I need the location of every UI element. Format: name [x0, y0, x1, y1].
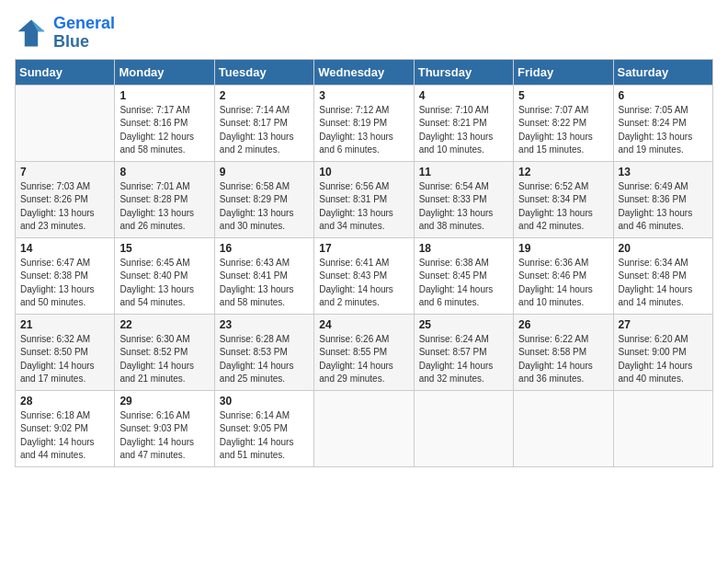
day-number: 13	[619, 166, 708, 178]
day-info: Sunrise: 7:01 AMSunset: 8:28 PMDaylight:…	[119, 180, 209, 234]
day-number: 4	[419, 89, 508, 102]
col-header-sunday: Sunday	[16, 59, 115, 85]
calendar-cell: 13Sunrise: 6:49 AMSunset: 8:36 PMDayligh…	[613, 161, 712, 237]
day-info: Sunrise: 6:22 AMSunset: 8:58 PMDaylight:…	[518, 333, 608, 386]
day-number: 15	[119, 242, 209, 255]
day-number: 11	[419, 166, 508, 178]
calendar-cell: 8Sunrise: 7:01 AMSunset: 8:28 PMDaylight…	[115, 161, 214, 237]
calendar-cell: 28Sunrise: 6:18 AMSunset: 9:02 PMDayligh…	[16, 390, 115, 466]
calendar-cell: 15Sunrise: 6:45 AMSunset: 8:40 PMDayligh…	[115, 237, 214, 314]
day-number: 6	[619, 89, 708, 102]
day-info: Sunrise: 6:18 AMSunset: 9:02 PMDaylight:…	[20, 409, 109, 463]
day-number: 27	[619, 318, 708, 331]
day-info: Sunrise: 6:14 AMSunset: 9:05 PMDaylight:…	[220, 409, 309, 463]
calendar-cell: 9Sunrise: 6:58 AMSunset: 8:29 PMDaylight…	[214, 161, 313, 237]
calendar-week-row: 21Sunrise: 6:32 AMSunset: 8:50 PMDayligh…	[16, 314, 713, 390]
calendar-cell: 30Sunrise: 6:14 AMSunset: 9:05 PMDayligh…	[214, 390, 313, 466]
day-number: 22	[119, 318, 209, 331]
day-info: Sunrise: 7:05 AMSunset: 8:24 PMDaylight:…	[619, 104, 708, 157]
day-number: 24	[319, 318, 408, 331]
day-info: Sunrise: 7:14 AMSunset: 8:17 PMDaylight:…	[220, 104, 309, 157]
calendar-cell: 22Sunrise: 6:30 AMSunset: 8:52 PMDayligh…	[115, 314, 214, 390]
day-number: 17	[319, 242, 408, 255]
day-info: Sunrise: 7:12 AMSunset: 8:19 PMDaylight:…	[319, 104, 408, 157]
calendar-week-row: 1Sunrise: 7:17 AMSunset: 8:16 PMDaylight…	[16, 85, 713, 161]
day-info: Sunrise: 6:28 AMSunset: 8:53 PMDaylight:…	[220, 333, 309, 386]
calendar-cell: 25Sunrise: 6:24 AMSunset: 8:57 PMDayligh…	[414, 314, 513, 390]
calendar-cell: 1Sunrise: 7:17 AMSunset: 8:16 PMDaylight…	[115, 85, 214, 161]
calendar-cell: 17Sunrise: 6:41 AMSunset: 8:43 PMDayligh…	[314, 237, 414, 314]
day-number: 7	[20, 166, 109, 178]
day-number: 2	[220, 89, 309, 102]
col-header-friday: Friday	[514, 59, 613, 85]
calendar-cell	[613, 390, 712, 466]
svg-marker-0	[18, 19, 45, 46]
day-info: Sunrise: 6:47 AMSunset: 8:38 PMDaylight:…	[20, 257, 109, 310]
col-header-tuesday: Tuesday	[214, 59, 313, 85]
col-header-monday: Monday	[115, 59, 214, 85]
calendar-cell: 18Sunrise: 6:38 AMSunset: 8:45 PMDayligh…	[414, 237, 513, 314]
calendar-cell: 27Sunrise: 6:20 AMSunset: 9:00 PMDayligh…	[613, 314, 712, 390]
calendar-cell	[414, 390, 513, 466]
day-info: Sunrise: 6:34 AMSunset: 8:48 PMDaylight:…	[619, 257, 708, 310]
calendar-cell: 24Sunrise: 6:26 AMSunset: 8:55 PMDayligh…	[314, 314, 414, 390]
calendar-cell: 29Sunrise: 6:16 AMSunset: 9:03 PMDayligh…	[115, 390, 214, 466]
day-number: 23	[220, 318, 309, 331]
logo-icon	[15, 17, 48, 50]
day-info: Sunrise: 6:16 AMSunset: 9:03 PMDaylight:…	[119, 409, 209, 463]
day-number: 8	[119, 166, 209, 178]
day-info: Sunrise: 6:52 AMSunset: 8:34 PMDaylight:…	[518, 180, 608, 234]
day-info: Sunrise: 6:26 AMSunset: 8:55 PMDaylight:…	[319, 333, 408, 386]
day-number: 30	[220, 395, 309, 408]
day-number: 14	[20, 242, 109, 255]
day-number: 12	[518, 166, 608, 178]
day-number: 28	[20, 395, 109, 408]
day-info: Sunrise: 6:20 AMSunset: 9:00 PMDaylight:…	[619, 333, 708, 386]
day-number: 25	[419, 318, 508, 331]
calendar-cell	[514, 390, 613, 466]
day-info: Sunrise: 6:30 AMSunset: 8:52 PMDaylight:…	[119, 333, 209, 386]
day-number: 1	[119, 89, 209, 102]
calendar-week-row: 7Sunrise: 7:03 AMSunset: 8:26 PMDaylight…	[16, 161, 713, 237]
col-header-saturday: Saturday	[613, 59, 712, 85]
day-number: 18	[419, 242, 508, 255]
calendar-cell: 4Sunrise: 7:10 AMSunset: 8:21 PMDaylight…	[414, 85, 513, 161]
col-header-wednesday: Wednesday	[314, 59, 414, 85]
day-number: 5	[518, 89, 608, 102]
calendar-cell: 23Sunrise: 6:28 AMSunset: 8:53 PMDayligh…	[214, 314, 313, 390]
calendar-cell	[314, 390, 414, 466]
day-info: Sunrise: 7:03 AMSunset: 8:26 PMDaylight:…	[20, 180, 109, 234]
day-number: 20	[619, 242, 708, 255]
day-info: Sunrise: 6:58 AMSunset: 8:29 PMDaylight:…	[220, 180, 309, 234]
calendar-cell: 3Sunrise: 7:12 AMSunset: 8:19 PMDaylight…	[314, 85, 414, 161]
day-number: 3	[319, 89, 408, 102]
day-info: Sunrise: 7:17 AMSunset: 8:16 PMDaylight:…	[119, 104, 209, 157]
day-info: Sunrise: 6:54 AMSunset: 8:33 PMDaylight:…	[419, 180, 508, 234]
calendar-cell: 11Sunrise: 6:54 AMSunset: 8:33 PMDayligh…	[414, 161, 513, 237]
calendar-cell: 2Sunrise: 7:14 AMSunset: 8:17 PMDaylight…	[214, 85, 313, 161]
calendar-cell: 14Sunrise: 6:47 AMSunset: 8:38 PMDayligh…	[16, 237, 115, 314]
calendar-cell: 21Sunrise: 6:32 AMSunset: 8:50 PMDayligh…	[16, 314, 115, 390]
calendar-week-row: 28Sunrise: 6:18 AMSunset: 9:02 PMDayligh…	[16, 390, 713, 466]
col-header-thursday: Thursday	[414, 59, 513, 85]
calendar-cell: 6Sunrise: 7:05 AMSunset: 8:24 PMDaylight…	[613, 85, 712, 161]
day-number: 16	[220, 242, 309, 255]
calendar-table: SundayMondayTuesdayWednesdayThursdayFrid…	[15, 59, 713, 467]
day-info: Sunrise: 6:56 AMSunset: 8:31 PMDaylight:…	[319, 180, 408, 234]
calendar-cell	[16, 85, 115, 161]
day-info: Sunrise: 7:10 AMSunset: 8:21 PMDaylight:…	[419, 104, 508, 157]
day-number: 29	[119, 395, 209, 408]
day-info: Sunrise: 6:45 AMSunset: 8:40 PMDaylight:…	[119, 257, 209, 310]
calendar-body: 1Sunrise: 7:17 AMSunset: 8:16 PMDaylight…	[16, 85, 713, 466]
calendar-cell: 19Sunrise: 6:36 AMSunset: 8:46 PMDayligh…	[514, 237, 613, 314]
calendar-cell: 10Sunrise: 6:56 AMSunset: 8:31 PMDayligh…	[314, 161, 414, 237]
page-header: General Blue	[15, 15, 713, 52]
calendar-header-row: SundayMondayTuesdayWednesdayThursdayFrid…	[16, 59, 713, 85]
day-info: Sunrise: 6:32 AMSunset: 8:50 PMDaylight:…	[20, 333, 109, 386]
calendar-cell: 12Sunrise: 6:52 AMSunset: 8:34 PMDayligh…	[514, 161, 613, 237]
calendar-cell: 7Sunrise: 7:03 AMSunset: 8:26 PMDaylight…	[16, 161, 115, 237]
day-info: Sunrise: 6:24 AMSunset: 8:57 PMDaylight:…	[419, 333, 508, 386]
day-number: 19	[518, 242, 608, 255]
day-info: Sunrise: 6:36 AMSunset: 8:46 PMDaylight:…	[518, 257, 608, 310]
calendar-cell: 5Sunrise: 7:07 AMSunset: 8:22 PMDaylight…	[514, 85, 613, 161]
